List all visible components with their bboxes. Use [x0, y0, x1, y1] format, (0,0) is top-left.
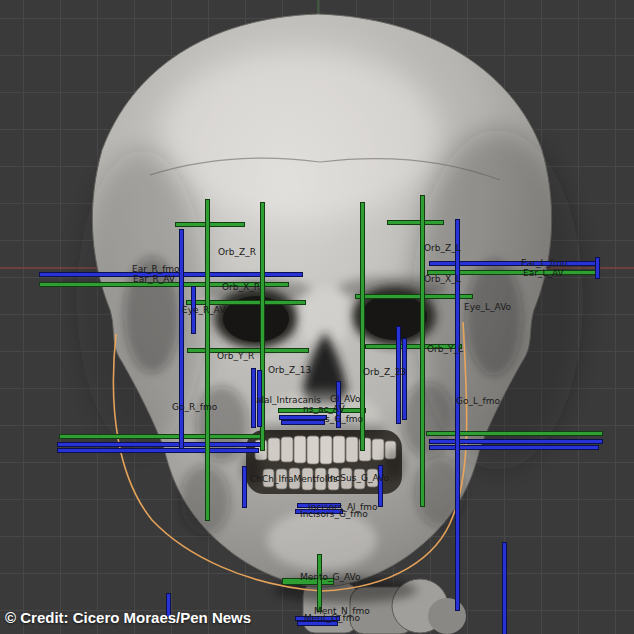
- landmark-label: Eye_L_AVo: [464, 302, 511, 312]
- marker-line-blue[interactable]: [58, 443, 262, 446]
- landmark-label: Incisors_G_fmo: [300, 509, 368, 519]
- marker-line-green[interactable]: [261, 203, 264, 450]
- marker-line-green[interactable]: [60, 435, 260, 438]
- marker-line-blue[interactable]: [596, 258, 599, 278]
- marker-line-blue[interactable]: [243, 467, 246, 507]
- landmark-label: ns_ac_AV: [303, 404, 345, 414]
- landmark-label: Orb_X_R: [222, 282, 260, 292]
- landmark-label: Mento_G_AVo: [300, 572, 361, 582]
- landmark-label: Orb_Z_13: [268, 365, 311, 375]
- landmark-label: Orb_Z_L: [424, 243, 461, 253]
- marker-line-green[interactable]: [427, 432, 602, 435]
- marker-line-blue[interactable]: [252, 369, 255, 427]
- landmark-label: Ear_L_fmo: [521, 258, 567, 268]
- landmark-label: Ear_L_AV: [523, 268, 564, 278]
- landmark-label: Eye_R_AVo: [182, 305, 230, 315]
- marker-line-blue[interactable]: [379, 466, 382, 506]
- marker-line-blue[interactable]: [180, 230, 183, 448]
- eye-socket-left: [214, 288, 298, 348]
- marker-line-blue[interactable]: [282, 421, 324, 424]
- marker-line-green[interactable]: [206, 200, 209, 520]
- landmark-label: Orb_X_L: [424, 274, 461, 284]
- viewport-grid[interactable]: Orb_Z_REar_R_fmoEar_R_AVOrb_X_REye_R_AVo…: [0, 0, 634, 634]
- marker-line-green[interactable]: [187, 301, 305, 304]
- jaw-shadow-left: [180, 465, 230, 535]
- forehead-highlight: [160, 50, 440, 220]
- landmark-label: Go_L_fmo: [456, 396, 500, 406]
- landmark-label: Orb_Z_R: [218, 247, 256, 257]
- landmark-label: IncSus_G_AVo: [327, 473, 389, 483]
- marker-line-green[interactable]: [356, 295, 472, 298]
- marker-line-blue[interactable]: [58, 449, 258, 452]
- marker-line-green[interactable]: [388, 221, 443, 224]
- landmark-label: Orb_Z_23: [363, 367, 406, 377]
- landmark-label: ChCh_IfraMentfolds: [250, 474, 338, 484]
- marker-line-blue[interactable]: [403, 339, 406, 419]
- landmark-label: Orb_Y_L: [427, 344, 463, 354]
- landmark-label: Ear_R_fmo: [132, 264, 180, 274]
- marker-line-green[interactable]: [361, 203, 364, 450]
- landmark-label: Ear_R_AV: [133, 274, 175, 284]
- credit-text: © Credit: Cicero Moraes/Pen News: [5, 609, 251, 626]
- marker-line-blue[interactable]: [280, 416, 326, 419]
- landmark-label: s_G_fmo: [325, 414, 363, 424]
- marker-line-green[interactable]: [176, 223, 244, 226]
- marker-line-green[interactable]: [318, 555, 321, 611]
- landmark-label: Go_R_fmo: [172, 402, 217, 412]
- skull-3d-model[interactable]: [0, 0, 634, 634]
- temporal-fossa-right: [466, 260, 522, 376]
- chin-highlight: [267, 510, 377, 570]
- landmark-label: Gl_AVo: [330, 394, 361, 404]
- landmark-label: Ment_G_fmo: [304, 613, 360, 623]
- landmark-label: Orb_Y_R: [217, 351, 254, 361]
- marker-line-blue[interactable]: [503, 543, 506, 634]
